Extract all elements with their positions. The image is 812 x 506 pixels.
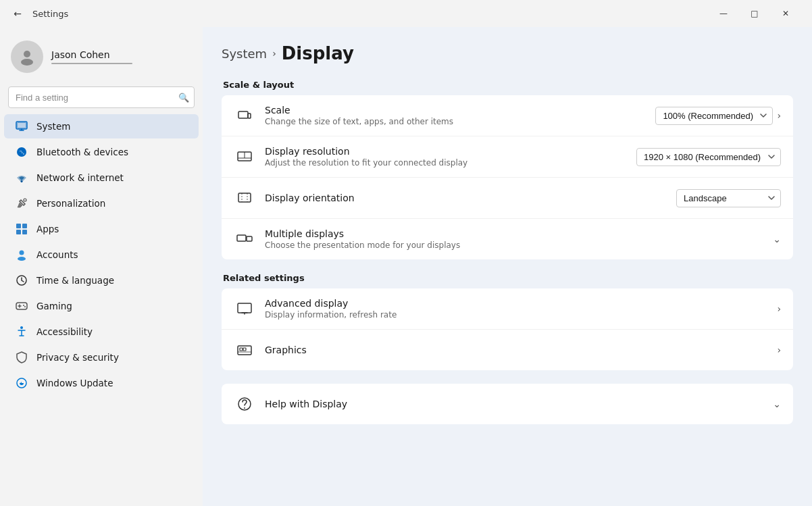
search-box: 🔍 (8, 86, 195, 108)
orientation-select[interactable]: Landscape Portrait Landscape (flipped) P… (676, 189, 781, 207)
svg-rect-11 (16, 230, 21, 234)
graphics-icon (234, 339, 255, 361)
window-controls: — □ ✕ (708, 3, 801, 24)
graphics-row[interactable]: Graphics › (222, 330, 793, 370)
sidebar-item-update-label: Windows Update (36, 378, 113, 388)
section-gap-1 (222, 262, 793, 273)
breadcrumb: System › Display (222, 43, 793, 64)
network-icon (15, 171, 28, 184)
svg-point-18 (24, 306, 26, 307)
sidebar-item-personalization[interactable]: Personalization (4, 191, 199, 216)
resolution-select[interactable]: 1920 × 1080 (Recommended) 1280 × 720 (636, 148, 781, 166)
related-settings-section-label: Related settings (222, 273, 793, 283)
advanced-display-row[interactable]: Advanced display Display information, re… (222, 288, 793, 330)
sidebar-item-gaming[interactable]: Gaming (4, 294, 199, 318)
svg-rect-9 (16, 224, 21, 228)
search-input[interactable] (8, 86, 195, 108)
system-icon (15, 120, 28, 133)
svg-point-0 (24, 51, 30, 57)
bluetooth-icon: ␕ (15, 145, 28, 159)
scale-row[interactable]: Scale Change the size of text, apps, and… (222, 95, 793, 136)
svg-rect-33 (240, 348, 243, 351)
apps-icon (15, 222, 28, 236)
sidebar-item-gaming-label: Gaming (36, 301, 72, 311)
svg-rect-29 (238, 303, 251, 313)
scale-row-text: Scale Change the size of text, apps, and… (265, 105, 646, 126)
svg-point-13 (20, 251, 24, 255)
resolution-control: 1920 × 1080 (Recommended) 1280 × 720 (636, 148, 781, 166)
svg-point-19 (20, 326, 23, 329)
sidebar-item-accounts-label: Accounts (36, 249, 78, 260)
sidebar-item-network-label: Network & internet (36, 172, 124, 183)
svg-point-1 (21, 59, 33, 66)
close-button[interactable]: ✕ (770, 3, 801, 24)
resolution-row[interactable]: Display resolution Adjust the resolution… (222, 136, 793, 178)
multiple-displays-desc: Choose the presentation mode for your di… (265, 241, 763, 250)
orientation-control: Landscape Portrait Landscape (flipped) P… (676, 189, 781, 207)
main-layout: Jason Cohen 🔍 System (0, 27, 812, 506)
maximize-button[interactable]: □ (739, 3, 770, 24)
sidebar-item-accessibility-label: Accessibility (36, 326, 93, 337)
svg-rect-12 (22, 230, 27, 234)
help-control: ⌄ (773, 399, 781, 409)
svg-rect-3 (18, 123, 26, 128)
personalization-icon (15, 197, 28, 210)
svg-rect-10 (22, 224, 27, 228)
advanced-display-title: Advanced display (265, 298, 767, 309)
resolution-title: Display resolution (265, 146, 627, 157)
help-text: Help with Display (265, 399, 763, 409)
svg-point-37 (244, 407, 245, 409)
sidebar-item-update[interactable]: Windows Update (4, 371, 199, 395)
sidebar-item-system-label: System (36, 121, 70, 132)
sidebar-item-apps[interactable]: Apps (4, 217, 199, 241)
multiple-displays-row[interactable]: Multiple displays Choose the presentatio… (222, 219, 793, 259)
orientation-title: Display orientation (265, 193, 667, 203)
svg-rect-34 (243, 348, 246, 351)
help-row[interactable]: Help with Display ⌄ (222, 384, 793, 424)
privacy-icon (15, 351, 28, 364)
sidebar-item-system[interactable]: System (4, 114, 199, 138)
svg-point-8 (24, 199, 26, 201)
scale-desc: Change the size of text, apps, and other… (265, 117, 646, 126)
help-card: Help with Display ⌄ (222, 384, 793, 424)
sidebar-item-privacy[interactable]: Privacy & security (4, 345, 199, 370)
related-settings-card: Advanced display Display information, re… (222, 288, 793, 370)
svg-point-17 (23, 305, 24, 306)
sidebar-item-accounts[interactable]: Accounts (4, 243, 199, 267)
sidebar-item-time[interactable]: Time & language (4, 268, 199, 293)
multiple-displays-icon (234, 228, 255, 250)
svg-rect-27 (237, 235, 246, 241)
app-title: Settings (32, 9, 700, 19)
user-profile[interactable]: Jason Cohen (0, 32, 203, 84)
sidebar-item-time-label: Time & language (36, 275, 114, 286)
scale-layout-card: Scale Change the size of text, apps, and… (222, 95, 793, 259)
scale-title: Scale (265, 105, 646, 116)
svg-text:␕: ␕ (20, 149, 25, 156)
graphics-title: Graphics (265, 345, 767, 355)
orientation-icon (234, 187, 255, 209)
advanced-display-control: › (777, 303, 781, 314)
scale-icon (234, 105, 255, 126)
sidebar-item-personalization-label: Personalization (36, 198, 105, 209)
search-icon: 🔍 (178, 93, 189, 103)
accounts-icon (15, 248, 28, 261)
resolution-row-text: Display resolution Adjust the resolution… (265, 146, 627, 168)
advanced-display-icon (234, 298, 255, 320)
sidebar-item-accessibility[interactable]: Accessibility (4, 320, 199, 344)
advanced-display-chevron-icon: › (777, 303, 781, 314)
breadcrumb-parent[interactable]: System (222, 47, 267, 61)
sidebar-item-network[interactable]: Network & internet (4, 166, 199, 190)
svg-point-7 (21, 180, 23, 182)
sidebar-item-bluetooth[interactable]: ␕ Bluetooth & devices (4, 140, 199, 164)
svg-rect-21 (238, 111, 248, 118)
orientation-row[interactable]: Display orientation Landscape Portrait L… (222, 178, 793, 219)
scale-select[interactable]: 100% (Recommended) 125% 150% (655, 107, 773, 125)
graphics-control: › (777, 345, 781, 355)
minimize-button[interactable]: — (708, 3, 739, 24)
help-chevron-icon: ⌄ (773, 399, 781, 409)
multiple-displays-title: Multiple displays (265, 228, 763, 239)
scale-chevron-icon: › (777, 110, 781, 121)
back-button[interactable]: ← (11, 7, 24, 20)
accessibility-icon (15, 325, 28, 338)
help-title: Help with Display (265, 399, 763, 409)
